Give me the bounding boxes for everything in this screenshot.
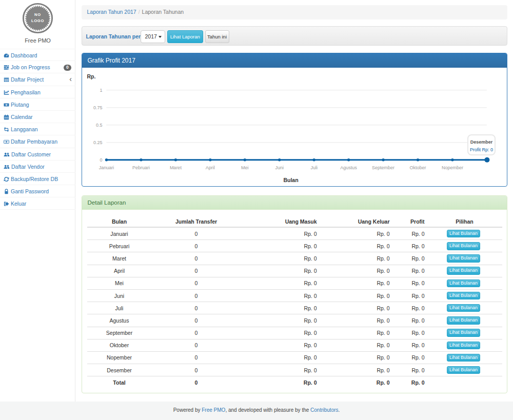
svg-text:0.75: 0.75: [93, 105, 102, 110]
svg-text:April: April: [205, 165, 214, 170]
svg-text:1: 1: [100, 88, 102, 93]
svg-text:Agustus: Agustus: [340, 165, 357, 170]
svg-text:Juni: Juni: [275, 165, 284, 170]
svg-text:Maret: Maret: [169, 165, 182, 170]
svg-text:0.5: 0.5: [95, 123, 102, 128]
svg-text:LOGO: LOGO: [31, 18, 44, 23]
svg-text:Pebruari: Pebruari: [132, 165, 149, 170]
svg-text:Januari: Januari: [98, 165, 114, 170]
svg-text:September: September: [372, 165, 394, 170]
svg-text:Nopember: Nopember: [441, 165, 463, 170]
svg-text:NO: NO: [34, 12, 41, 17]
svg-text:Juli: Juli: [310, 165, 318, 170]
svg-text:0.25: 0.25: [93, 140, 102, 145]
svg-text:Mei: Mei: [241, 165, 249, 170]
svg-text:0: 0: [100, 157, 102, 163]
svg-text:Oktober: Oktober: [409, 165, 426, 170]
